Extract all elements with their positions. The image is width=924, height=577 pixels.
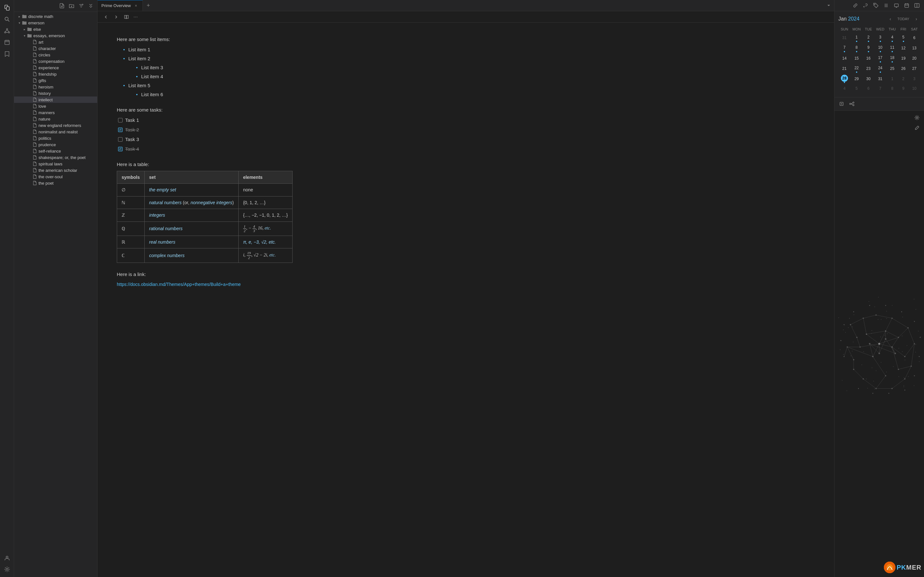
calendar-day[interactable]: 9 — [863, 43, 874, 53]
tree-item-new-england-reformers[interactable]: new england reformers — [14, 122, 97, 129]
new-folder-button[interactable] — [68, 2, 75, 10]
tree-item-heroism[interactable]: heroism — [14, 84, 97, 90]
tree-item-self-reliance[interactable]: self-reliance — [14, 148, 97, 154]
tree-item-character[interactable]: character — [14, 45, 97, 52]
graph-edit-button[interactable] — [913, 123, 921, 132]
new-note-graph-button[interactable] — [837, 99, 846, 108]
graph-connections-button[interactable] — [847, 99, 856, 108]
calendar-day[interactable]: 24 — [874, 64, 887, 73]
backlink-toolbar-icon[interactable] — [861, 1, 870, 10]
calendar-day[interactable]: 27 — [909, 64, 919, 73]
calendar-day[interactable]: 2 — [898, 74, 909, 84]
collapse-all-button[interactable] — [87, 2, 95, 10]
calendar-day[interactable]: 6 — [909, 33, 919, 43]
tree-item-essays-emerson[interactable]: ▾ essays, emerson — [14, 32, 97, 39]
calendar-day[interactable]: 2 — [863, 33, 874, 43]
calendar-next-button[interactable]: › — [913, 15, 920, 23]
calendar-prev-button[interactable]: ‹ — [887, 15, 894, 23]
calendar-activity-icon[interactable] — [2, 37, 12, 47]
calendar-day[interactable]: 3 — [874, 33, 887, 43]
tree-item-compensation[interactable]: compensation — [14, 58, 97, 64]
calendar-day[interactable]: 28 — [839, 74, 850, 84]
calendar-day[interactable]: 10 — [909, 84, 919, 93]
calendar-day[interactable]: 16 — [863, 53, 874, 63]
calendar-today-button[interactable]: TODAY — [895, 16, 911, 21]
forward-button[interactable] — [111, 13, 121, 21]
calendar-day[interactable]: 9 — [898, 84, 909, 93]
calendar-day[interactable]: 30 — [863, 74, 874, 84]
calendar-day[interactable]: 8 — [851, 43, 863, 53]
tab-close-button[interactable]: × — [134, 3, 139, 8]
calendar-day[interactable]: 31 — [839, 33, 850, 43]
calendar-day[interactable]: 7 — [839, 43, 850, 53]
tree-item-discrete-math[interactable]: ▸ discrete math — [14, 13, 97, 19]
tree-item-the-american-scholar[interactable]: the american scholar — [14, 167, 97, 173]
graph-settings-button[interactable] — [913, 113, 921, 122]
calendar-day[interactable]: 14 — [839, 53, 850, 63]
calendar-day[interactable]: 10 — [874, 43, 887, 53]
calendar-day[interactable]: 12 — [898, 43, 909, 53]
calendar-day[interactable]: 26 — [898, 64, 909, 73]
tree-item-the-over-soul[interactable]: the over-soul — [14, 173, 97, 180]
tree-item-nonimalist-and-realist[interactable]: nonimalist and realist — [14, 129, 97, 135]
calendar-day[interactable]: 17 — [874, 53, 887, 63]
slides-toolbar-icon[interactable] — [892, 1, 901, 10]
back-button[interactable] — [102, 13, 110, 21]
calendar-day[interactable]: 11 — [887, 43, 897, 53]
calendar-toolbar-icon[interactable] — [902, 1, 911, 10]
calendar-day[interactable]: 5 — [851, 84, 863, 93]
settings-activity-icon[interactable] — [2, 564, 12, 574]
calendar-day[interactable]: 4 — [887, 33, 897, 43]
sort-button[interactable] — [78, 2, 85, 10]
calendar-day[interactable]: 19 — [898, 53, 909, 63]
tree-item-gifts[interactable]: gifts — [14, 77, 97, 84]
reading-mode-button[interactable] — [122, 13, 131, 21]
obsidian-link[interactable]: https://docs.obsidian.md/Themes/App+them… — [117, 282, 241, 287]
calendar-day[interactable]: 7 — [874, 84, 887, 93]
tree-item-emerson[interactable]: ▾ emerson — [14, 19, 97, 26]
tree-item-intellect[interactable]: intellect — [14, 97, 97, 103]
tree-item-else[interactable]: ▸ else — [14, 26, 97, 32]
community-activity-icon[interactable] — [2, 553, 12, 563]
tree-item-shakespeare[interactable]: shakespeare; or, the poet — [14, 154, 97, 161]
calendar-day[interactable]: 5 — [898, 33, 909, 43]
new-tab-button[interactable]: + — [143, 0, 154, 11]
calendar-day[interactable]: 6 — [863, 84, 874, 93]
tree-item-history[interactable]: history — [14, 90, 97, 97]
calendar-day[interactable]: 21 — [839, 64, 850, 73]
tree-item-manners[interactable]: manners — [14, 109, 97, 116]
calendar-day[interactable]: 25 — [887, 64, 897, 73]
tree-item-circles[interactable]: circles — [14, 52, 97, 58]
calendar-day[interactable]: 29 — [851, 74, 863, 84]
search-activity-icon[interactable] — [2, 14, 12, 24]
calendar-day[interactable]: 22 — [851, 64, 863, 73]
graph-activity-icon[interactable] — [2, 26, 12, 36]
tree-item-art[interactable]: art — [14, 39, 97, 45]
calendar-day[interactable]: 1 — [887, 74, 897, 84]
tree-item-nature[interactable]: nature — [14, 116, 97, 122]
files-activity-icon[interactable] — [2, 3, 12, 13]
tree-item-prudence[interactable]: prudence — [14, 141, 97, 148]
tree-item-love[interactable]: love — [14, 103, 97, 109]
prime-overview-tab[interactable]: Prime Overview × — [97, 0, 143, 11]
calendar-day[interactable]: 31 — [874, 74, 887, 84]
calendar-day[interactable]: 1 — [851, 33, 863, 43]
link-toolbar-icon[interactable] — [851, 1, 860, 10]
outline-toolbar-icon[interactable] — [882, 1, 891, 10]
calendar-day[interactable]: 15 — [851, 53, 863, 63]
bookmarks-activity-icon[interactable] — [2, 49, 12, 59]
task-checkbox-1[interactable] — [118, 118, 123, 122]
tab-overflow-button[interactable] — [823, 0, 834, 11]
new-note-button[interactable] — [58, 2, 66, 10]
split-toolbar-icon[interactable] — [913, 1, 921, 10]
tree-item-experience[interactable]: experience — [14, 64, 97, 71]
calendar-day[interactable]: 3 — [909, 74, 919, 84]
task-checkbox-4[interactable] — [118, 147, 123, 151]
task-checkbox-3[interactable] — [118, 137, 123, 142]
task-checkbox-2[interactable] — [118, 127, 123, 132]
tree-item-the-poet[interactable]: the poet — [14, 180, 97, 186]
calendar-day[interactable]: 18 — [887, 53, 897, 63]
calendar-day[interactable]: 4 — [839, 84, 850, 93]
calendar-day[interactable]: 20 — [909, 53, 919, 63]
calendar-day[interactable]: 13 — [909, 43, 919, 53]
